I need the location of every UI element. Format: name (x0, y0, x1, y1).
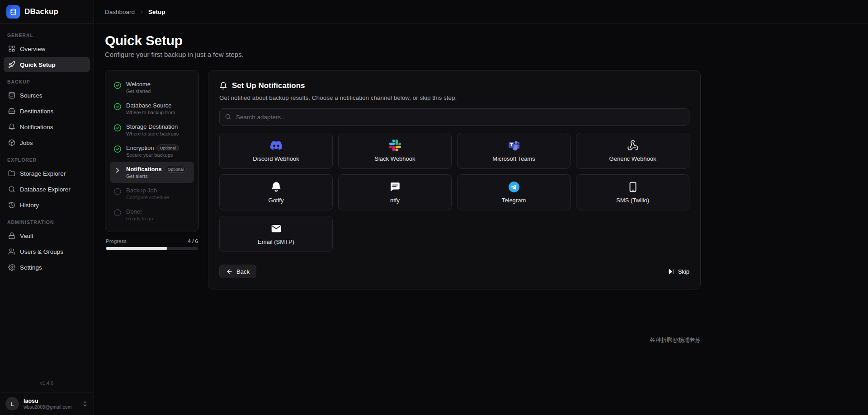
arrow-left-icon (226, 268, 233, 275)
sidebar: DBackup GENERAL Overview Quick Setup BAC… (0, 0, 94, 415)
circle-icon (113, 187, 122, 196)
sidebar-item-label: Database Explorer (20, 186, 71, 193)
sidebar-item-notifications[interactable]: Notifications (4, 119, 90, 135)
slack-icon (389, 140, 401, 151)
step-done: Done! Ready to go (110, 204, 194, 225)
step-encryption: EncryptionOptional Secure your backups (110, 140, 194, 162)
step-title: Database Source (126, 102, 175, 109)
sidebar-header: DBackup (0, 0, 94, 24)
sidebar-item-quick-setup[interactable]: Quick Setup (4, 57, 90, 72)
step-subtitle: Get started (126, 89, 151, 94)
step-subtitle: Secure your backups (126, 152, 179, 158)
main-area: Dashboard Setup Quick Setup Configure yo… (94, 0, 868, 415)
sidebar-nav: GENERAL Overview Quick Setup BACKUP Sour… (0, 24, 94, 376)
breadcrumb-dashboard[interactable]: Dashboard (105, 9, 135, 15)
skip-button[interactable]: Skip (668, 268, 689, 275)
adapter-card-telegram[interactable]: Telegram (457, 174, 571, 210)
chevron-right-icon (138, 9, 145, 15)
adapter-card-email-smtp[interactable]: Email (SMTP) (219, 216, 333, 252)
sidebar-item-label: Vault (20, 233, 33, 239)
step-notifications: NotificationsOptional Get alerts (110, 162, 194, 183)
steps-column: Welcome Get started Database Source Wher… (105, 70, 199, 250)
user-email: wbsu2003@gmail.com (24, 404, 77, 410)
sidebar-item-overview[interactable]: Overview (4, 41, 90, 56)
teams-icon (508, 140, 520, 151)
sidebar-item-label: History (20, 202, 39, 209)
sidebar-item-storage-explorer[interactable]: Storage Explorer (4, 166, 90, 181)
watermark-text: 各种折腾@杨浦老苏 (105, 336, 701, 344)
package-icon (8, 139, 15, 146)
sidebar-item-settings[interactable]: Settings (4, 260, 90, 275)
sidebar-item-vault[interactable]: Vault (4, 228, 90, 243)
sidebar-item-users-groups[interactable]: Users & Groups (4, 244, 90, 259)
progress-bar (106, 247, 198, 250)
sidebar-item-jobs[interactable]: Jobs (4, 135, 90, 150)
step-title: Encryption (126, 145, 154, 151)
search-box (219, 108, 689, 126)
chevron-right-icon (113, 166, 122, 174)
breadcrumb-setup: Setup (148, 9, 165, 15)
adapter-card-gotify[interactable]: Gotify (219, 174, 333, 210)
telegram-icon (508, 181, 520, 193)
sidebar-item-destinations[interactable]: Destinations (4, 103, 90, 119)
adapter-card-teams[interactable]: Microsoft Teams (457, 133, 571, 169)
adapter-card-sms-twilio[interactable]: SMS (Twilio) (576, 174, 689, 210)
progress-label: Progress (106, 238, 127, 244)
adapter-card-slack[interactable]: Slack Webhook (338, 133, 452, 169)
sidebar-item-label: Users & Groups (20, 248, 63, 255)
user-menu[interactable]: L laosu wbsu2003@gmail.com (0, 392, 94, 415)
gotify-bell-icon (270, 181, 282, 193)
step-subtitle: Configure schedule (126, 195, 169, 200)
page-content: Quick Setup Configure your first backup … (94, 24, 868, 415)
sidebar-item-database-explorer[interactable]: Database Explorer (4, 182, 90, 197)
adapter-card-ntfy[interactable]: ntfy (338, 174, 452, 210)
app-logo-icon[interactable] (6, 5, 20, 19)
bell-icon (219, 82, 227, 90)
check-circle-icon (113, 103, 122, 111)
adapter-label: SMS (Twilio) (616, 197, 649, 204)
sidebar-section-backup: BACKUP (7, 79, 86, 84)
check-circle-icon (113, 145, 122, 153)
check-circle-icon (113, 124, 122, 132)
adapter-card-discord[interactable]: Discord Webhook (219, 133, 333, 169)
app-name: DBackup (24, 7, 58, 16)
notifications-panel: Set Up Notifications Get notified about … (208, 70, 701, 289)
step-subtitle: Where to backup from (126, 110, 175, 115)
adapter-label: Generic Webhook (609, 155, 656, 162)
smartphone-icon (627, 181, 639, 193)
hard-drive-icon (8, 107, 15, 115)
step-title: Notifications (126, 166, 162, 173)
back-button-label: Back (236, 268, 250, 275)
sidebar-section-explorer: EXPLORER (7, 157, 86, 163)
adapter-label: Gotify (269, 197, 284, 204)
sidebar-item-label: Sources (20, 92, 42, 99)
skip-forward-icon (668, 268, 675, 275)
panel-title: Set Up Notifications (232, 81, 305, 90)
adapter-card-generic-webhook[interactable]: Generic Webhook (576, 133, 689, 169)
sidebar-item-sources[interactable]: Sources (4, 88, 90, 103)
adapter-label: Slack Webhook (374, 155, 415, 162)
sidebar-item-history[interactable]: History (4, 197, 90, 213)
progress-bar-fill (106, 247, 167, 250)
page-subtitle: Configure your first backup in just a fe… (105, 51, 857, 58)
adapter-label: Microsoft Teams (492, 155, 535, 162)
users-icon (8, 248, 15, 255)
adapter-label: Discord Webhook (253, 155, 299, 162)
sidebar-item-label: Storage Explorer (20, 170, 66, 177)
folder-icon (8, 170, 15, 177)
bell-icon (8, 123, 15, 131)
sidebar-section-administration: ADMINISTRATION (7, 219, 86, 225)
user-meta: laosu wbsu2003@gmail.com (24, 398, 77, 410)
step-database-source: Database Source Where to backup from (110, 98, 194, 119)
back-button[interactable]: Back (219, 265, 256, 278)
sidebar-item-label: Overview (20, 46, 45, 52)
sidebar-section-general: GENERAL (7, 33, 86, 38)
lock-icon (8, 232, 15, 239)
app-version: v1.4.6 (0, 376, 94, 392)
sidebar-item-label: Settings (20, 264, 42, 271)
step-title: Done! (126, 208, 153, 215)
adapter-label: ntfy (390, 197, 400, 204)
skip-button-label: Skip (678, 268, 689, 275)
search-input[interactable] (219, 108, 689, 126)
adapter-grid: Discord Webhook Slack Webhook Microsoft … (219, 133, 689, 252)
